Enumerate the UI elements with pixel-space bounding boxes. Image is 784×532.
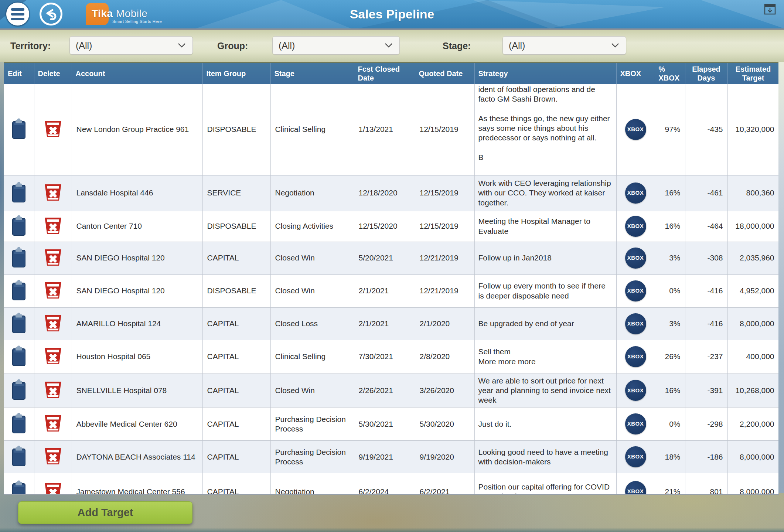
account-cell: SAN DIEGO Hospital 120	[72, 274, 202, 307]
quoted-date-cell: 2/8/2020	[415, 340, 474, 374]
add-target-button[interactable]: Add Target	[18, 501, 192, 524]
pct-xbox-cell: 0%	[655, 274, 685, 307]
xbox-cell: XBOX	[616, 441, 655, 473]
stage-cell: Clinical Selling	[270, 340, 354, 374]
delete-cell	[34, 274, 72, 307]
account-cell: Abbeville Medical Center 620	[72, 407, 202, 441]
popout-button[interactable]	[764, 4, 776, 15]
delete-button[interactable]	[43, 120, 63, 139]
quoted-date-cell: 5/30/2020	[415, 407, 474, 441]
elapsed-days-cell: -298	[685, 407, 727, 441]
delete-trash-icon	[43, 347, 63, 365]
item-group-cell: CAPITAL	[202, 473, 270, 495]
logo-brand-first: Tika	[92, 8, 113, 19]
menu-button[interactable]	[6, 3, 29, 25]
fcst-closed-date-cell: 1/13/2021	[354, 84, 415, 175]
delete-button[interactable]	[43, 183, 63, 203]
delete-button[interactable]	[43, 248, 63, 268]
delete-button[interactable]	[43, 314, 63, 334]
edit-button[interactable]	[11, 215, 27, 238]
column-header-pct-xbox: % XBOX	[655, 63, 685, 84]
column-header-account: Account	[72, 63, 202, 84]
edit-button[interactable]	[11, 280, 27, 302]
item-group-cell: CAPITAL	[202, 242, 270, 274]
edit-cell	[4, 374, 34, 407]
elapsed-days-cell: -391	[685, 374, 727, 407]
table-row: AMARILLO Hospital 124CAPITALClosed Loss2…	[4, 307, 779, 340]
fcst-closed-date-cell: 12/15/2020	[354, 211, 415, 242]
delete-button[interactable]	[43, 281, 63, 301]
strategy-cell: Meeting the Hospital Manager to Evaluate	[474, 211, 616, 242]
delete-button[interactable]	[43, 381, 63, 400]
column-header-xbox: XBOX	[616, 63, 655, 84]
estimated-target-cell: 2,035,960	[727, 242, 779, 274]
elapsed-days-cell: -435	[685, 84, 727, 175]
account-cell: SAN DIEGO Hospital 120	[72, 242, 202, 274]
edit-button[interactable]	[11, 413, 27, 435]
delete-button[interactable]	[43, 447, 63, 467]
column-header-quoted-date: Quoted Date	[415, 63, 474, 84]
xbox-badge-icon: XBOX	[625, 481, 646, 495]
edit-cell	[4, 441, 34, 473]
xbox-badge-icon: XBOX	[625, 280, 646, 301]
delete-button[interactable]	[43, 414, 63, 434]
delete-trash-icon	[43, 120, 63, 138]
back-button[interactable]	[40, 3, 62, 25]
stage-cell: Clinical Selling	[270, 84, 354, 175]
clipboard-icon	[11, 313, 27, 334]
delete-trash-icon	[43, 381, 63, 399]
account-cell: Jamestown Medical Center 556	[72, 473, 202, 495]
table-row: Jamestown Medical Center 556CAPITALNegot…	[4, 473, 779, 495]
xbox-badge-icon: XBOX	[625, 413, 646, 434]
edit-cell	[4, 175, 34, 211]
edit-button[interactable]	[11, 446, 27, 468]
delete-button[interactable]	[43, 482, 63, 495]
pct-xbox-cell: 3%	[655, 307, 685, 340]
delete-cell	[34, 374, 72, 407]
table-row: SAN DIEGO Hospital 120CAPITALClosed Win5…	[4, 242, 779, 274]
app-header: Tika Mobile Smart Selling Starts Here Sa…	[0, 0, 784, 30]
edit-button[interactable]	[11, 379, 27, 402]
delete-button[interactable]	[43, 216, 63, 236]
item-group-cell: DISPOSABLE	[202, 211, 270, 242]
table-header-row: EditDeleteAccountItem GroupStageFcst Clo…	[4, 63, 779, 84]
elapsed-days-cell: -464	[685, 211, 727, 242]
quoted-date-cell: 3/26/2020	[415, 374, 474, 407]
fcst-closed-date-cell: 9/19/2021	[354, 441, 415, 473]
item-group-cell: CAPITAL	[202, 374, 270, 407]
pct-xbox-cell: 16%	[655, 374, 685, 407]
xbox-badge-icon: XBOX	[625, 183, 646, 204]
column-header-item-group: Item Group	[202, 63, 270, 84]
stage-cell: Closed Win	[270, 374, 354, 407]
edit-button[interactable]	[11, 247, 27, 269]
territory-select[interactable]: (All)	[69, 36, 193, 55]
stage-select[interactable]: (All)	[502, 36, 626, 55]
group-select[interactable]: (All)	[272, 36, 400, 55]
quoted-date-cell: 2/1/2020	[415, 307, 474, 340]
scrollbar-track[interactable]	[778, 62, 784, 493]
edit-button[interactable]	[11, 480, 27, 495]
delete-cell	[34, 242, 72, 274]
clipboard-icon	[11, 480, 27, 495]
clipboard-icon	[11, 446, 27, 467]
delete-cell	[34, 175, 72, 211]
xbox-cell: XBOX	[616, 473, 655, 495]
delete-trash-icon	[43, 183, 63, 202]
xbox-cell: XBOX	[616, 84, 655, 175]
delete-trash-icon	[43, 414, 63, 433]
edit-button[interactable]	[11, 118, 27, 141]
delete-button[interactable]	[43, 347, 63, 366]
elapsed-days-cell: -461	[685, 175, 727, 211]
column-header-delete: Delete	[34, 63, 72, 84]
edit-button[interactable]	[11, 345, 27, 368]
delete-cell	[34, 441, 72, 473]
edit-cell	[4, 340, 34, 374]
column-header-edit: Edit	[4, 63, 34, 84]
item-group-cell: SERVICE	[202, 175, 270, 211]
pipeline-table: EditDeleteAccountItem GroupStageFcst Clo…	[4, 62, 779, 495]
strategy-cell: Follow up in Jan2018	[474, 242, 616, 274]
account-cell: SNELLVILLE Hospital 078	[72, 374, 202, 407]
edit-button[interactable]	[11, 313, 27, 335]
edit-button[interactable]	[11, 182, 27, 204]
delete-cell	[34, 473, 72, 495]
